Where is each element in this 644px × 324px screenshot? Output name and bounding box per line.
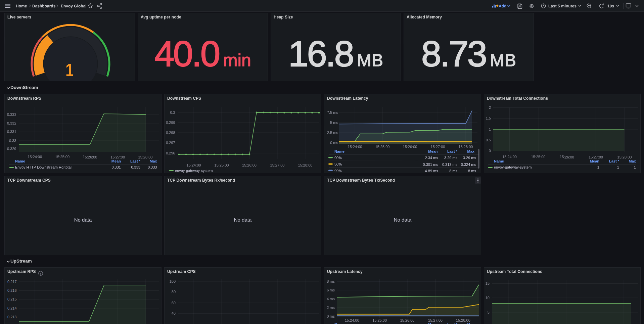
svg-text:8 ms: 8 ms — [327, 279, 335, 283]
svg-text:0.331: 0.331 — [7, 130, 16, 134]
svg-text:90%: 90% — [334, 156, 342, 160]
svg-text:15:24:00: 15:24:00 — [187, 163, 201, 167]
svg-text:0.296: 0.296 — [166, 151, 175, 155]
svg-text:15:26:00: 15:26:00 — [560, 155, 574, 159]
svg-text:2.5 ms: 2.5 ms — [327, 131, 338, 135]
svg-text:0.214: 0.214 — [7, 306, 17, 310]
svg-text:15:27:00: 15:27:00 — [428, 318, 443, 322]
svg-text:Max: Max — [629, 159, 636, 163]
svg-text:3.29 ms: 3.29 ms — [463, 156, 476, 160]
svg-text:15:25:00: 15:25:00 — [55, 155, 70, 159]
svg-text:15:28:00: 15:28:00 — [298, 163, 313, 167]
svg-text:Last *: Last * — [447, 149, 458, 153]
svg-text:0.213: 0.213 — [7, 315, 17, 319]
svg-text:2 ms: 2 ms — [327, 306, 335, 310]
svg-text:0.5: 0.5 — [486, 138, 491, 142]
svg-text:5: 5 — [488, 310, 490, 314]
svg-text:Last *: Last * — [609, 159, 619, 163]
svg-text:15:28:00: 15:28:00 — [138, 155, 153, 159]
svg-text:1: 1 — [634, 165, 636, 169]
svg-text:0.3: 0.3 — [170, 110, 175, 114]
svg-text:60: 60 — [172, 301, 176, 305]
svg-text:15:26:00: 15:26:00 — [83, 155, 97, 159]
svg-text:envoy-gateway-system: envoy-gateway-system — [494, 165, 532, 169]
svg-text:15:26:00: 15:26:00 — [403, 145, 417, 149]
svg-text:15:27:00: 15:27:00 — [110, 155, 125, 159]
svg-text:2: 2 — [489, 105, 491, 109]
svg-text:Mean: Mean — [428, 322, 438, 324]
svg-text:0.324 ms: 0.324 ms — [461, 163, 476, 167]
svg-text:0.333: 0.333 — [148, 165, 157, 169]
svg-text:3.29 ms: 3.29 ms — [444, 156, 458, 160]
svg-text:0.297: 0.297 — [166, 141, 175, 145]
svg-text:0.332: 0.332 — [7, 121, 16, 125]
svg-text:0.329: 0.329 — [7, 147, 16, 151]
svg-text:15:28:00: 15:28:00 — [456, 318, 470, 322]
svg-text:15:24:00: 15:24:00 — [348, 145, 362, 149]
svg-text:1: 1 — [597, 165, 599, 169]
svg-text:Mean: Mean — [111, 159, 121, 163]
svg-text:15:27:00: 15:27:00 — [270, 163, 285, 167]
svg-text:Last *: Last * — [447, 322, 458, 324]
svg-text:0.313 ms: 0.313 ms — [442, 163, 458, 167]
svg-text:0 ms: 0 ms — [330, 141, 338, 145]
svg-text:0.298: 0.298 — [166, 131, 175, 135]
svg-text:1.5: 1.5 — [486, 116, 491, 120]
svg-text:15:24:00: 15:24:00 — [502, 155, 517, 159]
svg-text:0.333: 0.333 — [131, 165, 140, 169]
svg-text:Last *: Last * — [130, 159, 141, 163]
svg-text:1: 1 — [489, 127, 491, 131]
svg-text:Max: Max — [150, 159, 157, 163]
svg-text:Mean: Mean — [590, 159, 599, 163]
svg-text:15:28:00: 15:28:00 — [459, 145, 473, 149]
svg-text:15:27:00: 15:27:00 — [431, 145, 445, 149]
svg-text:40: 40 — [172, 311, 176, 315]
svg-text:15:27:00: 15:27:00 — [589, 155, 603, 159]
svg-text:15:25:00: 15:25:00 — [215, 163, 229, 167]
svg-text:15: 15 — [486, 281, 490, 285]
svg-text:envoy-gateway-system: envoy-gateway-system — [175, 169, 213, 173]
svg-text:Name: Name — [494, 159, 504, 163]
svg-text:0.299: 0.299 — [166, 121, 175, 125]
svg-text:10: 10 — [486, 296, 490, 300]
svg-text:50%: 50% — [334, 162, 342, 166]
svg-text:100: 100 — [170, 279, 176, 283]
svg-text:15:26:00: 15:26:00 — [242, 163, 257, 167]
svg-text:2.34 ms: 2.34 ms — [425, 156, 439, 160]
svg-text:15:25:00: 15:25:00 — [372, 318, 387, 322]
svg-text:15:24:00: 15:24:00 — [345, 318, 359, 322]
svg-text:15:25:00: 15:25:00 — [375, 145, 390, 149]
svg-text:1: 1 — [617, 165, 619, 169]
svg-text:15:25:00: 15:25:00 — [531, 155, 546, 159]
svg-text:0.331: 0.331 — [111, 165, 121, 169]
svg-text:0.301 ms: 0.301 ms — [423, 163, 439, 167]
svg-text:Name: Name — [334, 322, 344, 324]
svg-text:Max: Max — [467, 322, 475, 324]
svg-text:7.5 ms: 7.5 ms — [327, 110, 338, 114]
svg-text:Mean: Mean — [428, 149, 438, 153]
svg-text:5 ms: 5 ms — [330, 121, 338, 125]
svg-text:4 ms: 4 ms — [327, 297, 335, 301]
svg-text:Max: Max — [467, 149, 475, 153]
svg-text:0.33: 0.33 — [9, 139, 16, 143]
svg-text:15:28:00: 15:28:00 — [617, 155, 632, 159]
svg-text:0.217: 0.217 — [7, 280, 17, 284]
svg-text:Name: Name — [15, 159, 25, 163]
svg-text:15:24:00: 15:24:00 — [28, 155, 42, 159]
svg-text:15:26:00: 15:26:00 — [400, 318, 415, 322]
svg-text:80: 80 — [172, 290, 176, 294]
svg-text:0.215: 0.215 — [7, 297, 17, 301]
svg-text:0 ms: 0 ms — [327, 314, 335, 318]
svg-text:Name: Name — [334, 149, 344, 153]
svg-text:Envoy HTTP Downstream Rq total: Envoy HTTP Downstream Rq total — [15, 165, 72, 169]
svg-text:6 ms: 6 ms — [327, 288, 335, 292]
svg-text:0.333: 0.333 — [7, 112, 16, 117]
svg-text:1: 1 — [65, 60, 74, 80]
svg-text:0: 0 — [489, 149, 491, 153]
svg-text:0.216: 0.216 — [7, 288, 17, 292]
